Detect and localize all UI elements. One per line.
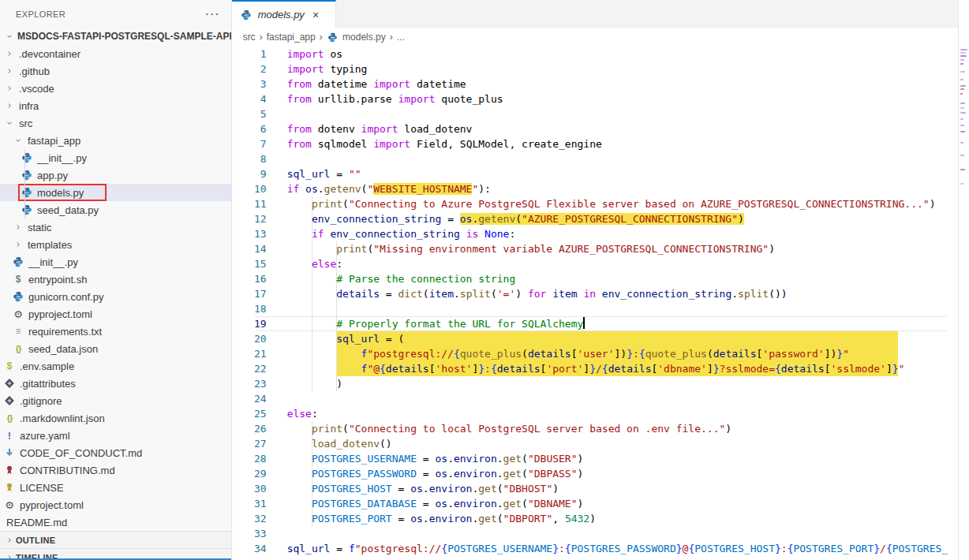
tree-file-readme-md[interactable]: README.md	[0, 513, 231, 531]
minimap[interactable]	[958, 0, 969, 560]
tree-folder--github[interactable]: .github	[0, 62, 231, 80]
tree-file-contributing-md[interactable]: CONTRIBUTING.md	[0, 461, 231, 479]
code-line-31[interactable]: 31 POSTGRES_DATABASE = os.environ.get("D…	[232, 496, 958, 511]
code-line-33[interactable]: 33	[232, 526, 958, 541]
code-line-12[interactable]: 12 env_connection_string = os.getenv("AZ…	[232, 211, 958, 226]
code-line-17[interactable]: 17 details = dict(item.split('=') for it…	[232, 286, 958, 301]
code-line-13[interactable]: 13 if env_connection_string is None:	[232, 226, 958, 241]
tree-file-seed-data-py[interactable]: seed_data.py	[0, 201, 231, 218]
code-line-15[interactable]: 15 else:	[232, 256, 958, 271]
tree-folder--devcontainer[interactable]: .devcontainer	[0, 45, 231, 62]
code-line-19[interactable]: 19 # Properly format the URL for SQLAlch…	[232, 316, 958, 331]
minimap-mark	[960, 71, 965, 73]
breadcrumb-item[interactable]: src	[243, 32, 256, 43]
tree-folder-fastapi-app[interactable]: fastapi_app	[0, 132, 231, 149]
line-number: 18	[232, 301, 267, 316]
line-number: 28	[232, 451, 267, 466]
code-line-6[interactable]: 6from dotenv import load_dotenv	[232, 121, 958, 136]
outline-section-header[interactable]: OUTLINE	[0, 531, 231, 548]
tree-folder-src[interactable]: src	[0, 114, 231, 132]
code-line-32[interactable]: 32 POSTGRES_PORT = os.environ.get("DBPOR…	[232, 511, 958, 526]
code-line-text: load_dotenv()	[287, 436, 958, 451]
tree-folder-infra[interactable]: infra	[0, 97, 231, 114]
python-icon	[21, 170, 33, 181]
tree-file-models-py[interactable]: models.py	[0, 184, 231, 201]
tree-file--markdownlint-json[interactable]: {}.markdownlint.json	[0, 409, 231, 427]
code-line-20[interactable]: 20 sql_url = (	[232, 331, 958, 346]
code-line-18[interactable]: 18	[232, 301, 958, 316]
code-line-text	[287, 526, 958, 541]
line-number: 5	[232, 106, 267, 121]
tree-file--env-sample[interactable]: $.env.sample	[0, 357, 231, 375]
code-line-30[interactable]: 30 POSTGRES_HOST = os.environ.get("DBHOS…	[232, 481, 958, 496]
code-line-11[interactable]: 11 print("Connecting to Azure PostgreSQL…	[232, 196, 958, 211]
tree-folder-templates[interactable]: templates	[0, 236, 231, 253]
workspace-root-folder[interactable]: MSDOCS-FASTAPI-POSTGRESQL-SAMPLE-APP [GI…	[0, 28, 231, 45]
tree-file--gitignore[interactable]: .gitignore	[0, 392, 231, 409]
code-line-3[interactable]: 3from datetime import datetime	[232, 77, 958, 91]
code-line-text: POSTGRES_DATABASE = os.environ.get("DBNA…	[287, 496, 958, 511]
line-number: 2	[232, 62, 267, 77]
tree-folder--vscode[interactable]: .vscode	[0, 80, 231, 97]
close-icon[interactable]: ×	[312, 9, 319, 21]
tree-file-gunicorn-conf-py[interactable]: gunicorn.conf.py	[0, 288, 231, 305]
code-line-7[interactable]: 7from sqlmodel import Field, SQLModel, c…	[232, 136, 958, 151]
git-icon	[3, 395, 16, 406]
minimap-mark	[960, 183, 963, 185]
code-line-26[interactable]: 26 print("Connecting to local PostgreSQL…	[232, 421, 958, 436]
code-line-27[interactable]: 27 load_dotenv()	[232, 436, 958, 451]
code-line-9[interactable]: 9sql_url = ""	[232, 166, 958, 181]
code-line-10[interactable]: 10if os.getenv("WEBSITE_HOSTNAME"):	[232, 181, 958, 196]
tree-file-azure-yaml[interactable]: !azure.yaml	[0, 427, 231, 444]
code-line-34[interactable]: 34sql_url = f"postgresql://{POSTGRES_USE…	[232, 541, 958, 556]
chevron-right-icon	[3, 67, 16, 75]
breadcrumb-label: src	[243, 32, 256, 43]
breadcrumb-item[interactable]: models.py	[327, 32, 386, 43]
code-line-22[interactable]: 22 f"@{details['host']}:{details['port']…	[232, 361, 958, 376]
tree-item-label: __init__.py	[28, 256, 78, 268]
code-line-29[interactable]: 29 POSTGRES_PASSWORD = os.environ.get("D…	[232, 466, 958, 481]
breadcrumb-separator: ›	[390, 32, 393, 43]
tree-file-pyproject-toml[interactable]: ⚙pyproject.toml	[0, 305, 231, 323]
vscode-window: EXPLORER ··· MSDOCS-FASTAPI-POSTGRESQL-S…	[0, 0, 969, 560]
tree-file--init-py[interactable]: __init__.py	[0, 253, 231, 271]
tree-folder-static[interactable]: static	[0, 218, 231, 236]
breadcrumb-item[interactable]: ...	[397, 32, 405, 43]
code-line-8[interactable]: 8	[232, 151, 958, 166]
line-number: 29	[232, 466, 267, 481]
code-line-21[interactable]: 21 f"postgresql://{quote_plus(details['u…	[232, 346, 958, 361]
code-line-4[interactable]: 4from urllib.parse import quote_plus	[232, 91, 958, 106]
tree-file--gitattributes[interactable]: .gitattributes	[0, 375, 231, 392]
minimap-mark	[960, 131, 965, 133]
line-number: 27	[232, 436, 267, 451]
code-line-23[interactable]: 23 )	[232, 376, 958, 391]
tree-item-label: gunicorn.conf.py	[28, 291, 103, 303]
code-line-2[interactable]: 2import typing	[232, 62, 958, 77]
ribbon-icon	[3, 482, 16, 493]
line-number: 11	[232, 196, 267, 211]
code-line-14[interactable]: 14 print("Missing environment variable A…	[232, 241, 958, 256]
tree-file-seed-data-json[interactable]: {}seed_data.json	[0, 340, 231, 357]
tree-file-app-py[interactable]: app.py	[0, 166, 231, 184]
tree-file-requirements-txt[interactable]: ≡requirements.txt	[0, 323, 231, 340]
tab-models-py[interactable]: models.py ×	[232, 0, 336, 28]
code-line-28[interactable]: 28 POSTGRES_USERNAME = os.environ.get("D…	[232, 451, 958, 466]
code-line-16[interactable]: 16 # Parse the connection string	[232, 271, 958, 286]
code-line-text: f"postgresql://{quote_plus(details['user…	[287, 346, 958, 361]
code-line-25[interactable]: 25else:	[232, 406, 958, 421]
tree-file-code-of-conduct-md[interactable]: CODE_OF_CONDUCT.md	[0, 444, 231, 461]
breadcrumb-item[interactable]: fastapi_app	[267, 32, 316, 43]
tree-item-label: .gitattributes	[20, 378, 76, 390]
code-line-24[interactable]: 24	[232, 391, 958, 406]
tree-file-entrypoint-sh[interactable]: $entrypoint.sh	[0, 271, 231, 288]
more-actions-icon[interactable]: ···	[205, 10, 220, 18]
tree-file-license[interactable]: LICENSE	[0, 479, 231, 496]
code-editor[interactable]: 1import os2import typing3from datetime i…	[232, 46, 958, 560]
code-line-text: import typing	[287, 62, 958, 77]
code-line-5[interactable]: 5	[232, 106, 958, 121]
tree-item-label: .vscode	[19, 83, 54, 95]
tree-file-pyproject-toml[interactable]: ⚙pyproject.toml	[0, 496, 231, 513]
tree-file--init-py[interactable]: __init__.py	[0, 149, 231, 166]
code-line-1[interactable]: 1import os	[232, 47, 958, 62]
tree-item-label: seed_data.py	[37, 204, 99, 216]
